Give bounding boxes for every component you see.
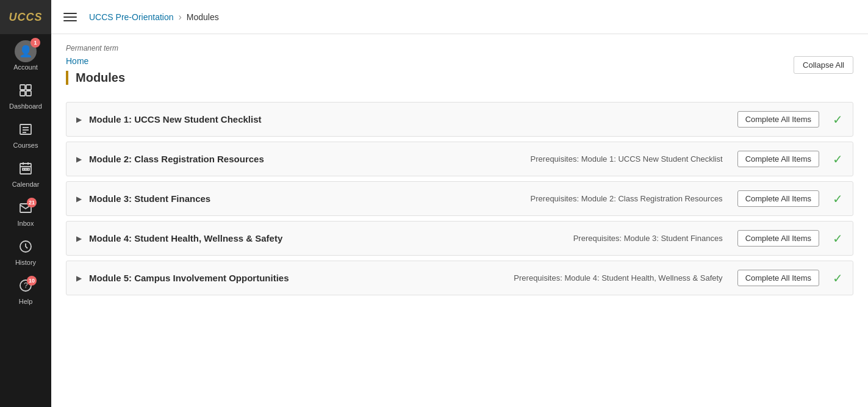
module-title: Module 3: Student Finances bbox=[89, 193, 523, 204]
module-card: ▶Module 4: Student Health, Wellness & Sa… bbox=[66, 221, 853, 256]
sidebar-item-courses[interactable]: Courses bbox=[0, 116, 51, 155]
sidebar-item-label: Dashboard bbox=[9, 103, 42, 110]
module-card: ▶Module 5: Campus Involvement Opportunit… bbox=[66, 261, 853, 295]
expand-arrow-icon[interactable]: ▶ bbox=[76, 195, 82, 203]
expand-arrow-icon[interactable]: ▶ bbox=[76, 115, 82, 124]
prereq-text: Prerequisites: Module 2: Class Registrat… bbox=[531, 194, 723, 203]
breadcrumb-course-link[interactable]: UCCS Pre-Orientation bbox=[89, 12, 174, 22]
svg-rect-14 bbox=[27, 168, 29, 170]
checkmark-icon: ✓ bbox=[833, 112, 843, 127]
help-badge: 10 bbox=[27, 276, 37, 286]
module-card: ▶Module 1: UCCS New Student ChecklistCom… bbox=[66, 102, 853, 137]
module-title: Module 1: UCCS New Student Checklist bbox=[89, 114, 730, 124]
complete-all-items-button[interactable]: Complete All Items bbox=[737, 111, 819, 128]
account-icon: 👤 1 bbox=[15, 40, 37, 62]
sidebar-item-account[interactable]: 👤 1 Account bbox=[0, 34, 51, 77]
page-title: Modules bbox=[76, 71, 125, 84]
sidebar-item-label: Help bbox=[19, 298, 33, 305]
complete-all-items-button[interactable]: Complete All Items bbox=[737, 151, 819, 167]
sidebar-item-label: Account bbox=[13, 63, 38, 71]
sidebar-item-help[interactable]: ? 10 Help bbox=[0, 272, 51, 311]
checkmark-icon: ✓ bbox=[833, 231, 843, 246]
breadcrumb-separator: › bbox=[179, 12, 182, 23]
logo-text: UCCS bbox=[9, 11, 42, 24]
svg-rect-1 bbox=[26, 85, 31, 90]
sidebar-item-label: Calendar bbox=[12, 181, 40, 188]
module-card: ▶Module 2: Class Registration ResourcesP… bbox=[66, 142, 853, 176]
main-content: UCCS Pre-Orientation › Modules Permanent… bbox=[51, 0, 868, 407]
sidebar-item-label: Inbox bbox=[18, 220, 34, 227]
prereq-text: Prerequisites: Module 1: UCCS New Studen… bbox=[531, 154, 723, 164]
inbox-badge: 21 bbox=[27, 198, 37, 207]
checkmark-icon: ✓ bbox=[833, 271, 843, 286]
expand-arrow-icon[interactable]: ▶ bbox=[76, 274, 82, 283]
logo[interactable]: UCCS bbox=[0, 0, 51, 34]
modules-list: ▶Module 1: UCCS New Student ChecklistCom… bbox=[66, 102, 853, 295]
prereq-text: Prerequisites: Module 4: Student Health,… bbox=[514, 273, 722, 283]
courses-icon bbox=[18, 122, 33, 140]
breadcrumb-current: Modules bbox=[187, 12, 219, 22]
svg-rect-3 bbox=[26, 91, 31, 96]
svg-rect-0 bbox=[20, 85, 25, 90]
sidebar-item-history[interactable]: History bbox=[0, 233, 51, 272]
sidebar-item-dashboard[interactable]: Dashboard bbox=[0, 77, 51, 116]
prereq-text: Prerequisites: Module 3: Student Finance… bbox=[573, 234, 723, 243]
sidebar-item-calendar[interactable]: Calendar bbox=[0, 155, 51, 194]
checkmark-icon: ✓ bbox=[833, 152, 843, 167]
sidebar-item-label: History bbox=[15, 259, 36, 266]
module-card: ▶Module 3: Student FinancesPrerequisites… bbox=[66, 181, 853, 216]
hamburger-menu[interactable] bbox=[63, 13, 77, 21]
term-label: Permanent term bbox=[66, 44, 853, 52]
expand-arrow-icon[interactable]: ▶ bbox=[76, 234, 82, 243]
inbox-icon: 21 bbox=[18, 200, 33, 218]
checkmark-icon: ✓ bbox=[833, 192, 843, 206]
calendar-icon bbox=[18, 161, 33, 179]
svg-rect-2 bbox=[20, 91, 25, 96]
dashboard-icon bbox=[18, 83, 33, 101]
expand-arrow-icon[interactable]: ▶ bbox=[76, 155, 82, 164]
complete-all-items-button[interactable]: Complete All Items bbox=[737, 190, 819, 207]
sidebar: UCCS 👤 1 Account Dashboard bbox=[0, 0, 51, 407]
module-title: Module 4: Student Health, Wellness & Saf… bbox=[89, 233, 566, 243]
content-area: Permanent term Home Modules Collapse All… bbox=[51, 34, 868, 407]
help-icon: ? 10 bbox=[18, 278, 33, 297]
home-link[interactable]: Home bbox=[66, 56, 125, 66]
breadcrumb: UCCS Pre-Orientation › Modules bbox=[89, 12, 219, 23]
complete-all-items-button[interactable]: Complete All Items bbox=[737, 230, 819, 247]
collapse-all-button[interactable]: Collapse All bbox=[794, 56, 853, 74]
svg-rect-13 bbox=[25, 168, 27, 170]
module-title: Module 5: Campus Involvement Opportuniti… bbox=[89, 273, 506, 283]
topnav: UCCS Pre-Orientation › Modules bbox=[51, 0, 868, 34]
history-icon bbox=[18, 239, 33, 258]
sidebar-item-inbox[interactable]: 21 Inbox bbox=[0, 194, 51, 233]
svg-rect-12 bbox=[23, 168, 24, 170]
complete-all-items-button[interactable]: Complete All Items bbox=[737, 270, 819, 286]
module-title: Module 2: Class Registration Resources bbox=[89, 154, 523, 164]
sidebar-item-label: Courses bbox=[13, 142, 38, 149]
account-badge: 1 bbox=[30, 38, 40, 48]
page-section: Modules bbox=[66, 71, 125, 85]
